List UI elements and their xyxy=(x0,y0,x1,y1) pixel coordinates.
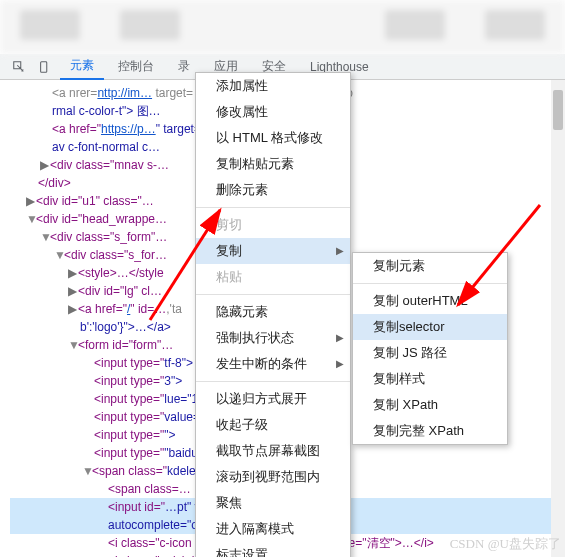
device-icon[interactable] xyxy=(34,57,56,77)
svg-rect-0 xyxy=(41,61,47,72)
menu-add-attribute[interactable]: 添加属性 xyxy=(196,73,350,99)
svg-line-1 xyxy=(150,210,220,320)
menu-expand-recursive[interactable]: 以递归方式展开 xyxy=(196,386,350,412)
tab-elements[interactable]: 元素 xyxy=(60,53,104,80)
browser-chrome-blur xyxy=(0,0,565,54)
chevron-right-icon: ▶ xyxy=(336,355,344,373)
menu-badge-settings[interactable]: 标志设置… xyxy=(196,542,350,557)
menu-capture-node[interactable]: 截取节点屏幕截图 xyxy=(196,438,350,464)
scrollbar[interactable] xyxy=(551,80,565,557)
menu-edit-as-html[interactable]: 以 HTML 格式修改 xyxy=(196,125,350,151)
menu-isolation[interactable]: 进入隔离模式 xyxy=(196,516,350,542)
annotation-arrow-icon xyxy=(140,200,235,330)
chevron-right-icon: ▶ xyxy=(336,329,344,347)
menu-collapse[interactable]: 收起子级 xyxy=(196,412,350,438)
menu-edit-attribute[interactable]: 修改属性 xyxy=(196,99,350,125)
menu-separator xyxy=(196,381,350,382)
tab-console[interactable]: 控制台 xyxy=(108,54,164,79)
menu-duplicate[interactable]: 复制粘贴元素 xyxy=(196,151,350,177)
menu-copy-js-path[interactable]: 复制 JS 路径 xyxy=(353,340,507,366)
menu-break-on[interactable]: 发生中断的条件▶ xyxy=(196,351,350,377)
dom-tree[interactable]: <a nrer=nttp://im… target= _blank class=… xyxy=(0,80,565,557)
annotation-arrow-icon xyxy=(450,195,550,325)
menu-copy-xpath[interactable]: 复制 XPath xyxy=(353,392,507,418)
watermark: CSDN @U盘失踪了 xyxy=(450,535,561,553)
inspect-icon[interactable] xyxy=(8,57,30,77)
chevron-right-icon: ▶ xyxy=(336,242,344,260)
scrollbar-thumb[interactable] xyxy=(553,90,563,130)
menu-focus[interactable]: 聚焦 xyxy=(196,490,350,516)
menu-copy-full-xpath[interactable]: 复制完整 XPath xyxy=(353,418,507,444)
menu-copy-styles[interactable]: 复制样式 xyxy=(353,366,507,392)
menu-scroll-into-view[interactable]: 滚动到视野范围内 xyxy=(196,464,350,490)
svg-line-2 xyxy=(458,205,540,305)
